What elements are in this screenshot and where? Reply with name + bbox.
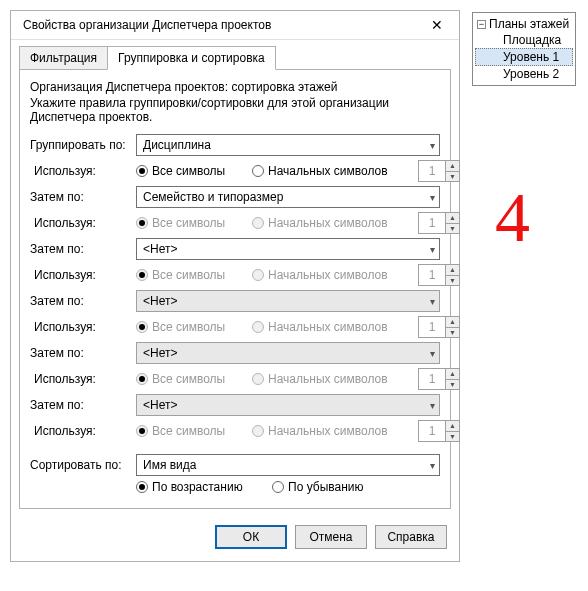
spin-down-icon: ▼ [446,432,459,442]
chevron-down-icon: ▾ [430,460,435,471]
then-by-label-2: Затем по: [30,190,130,204]
spin-down-icon: ▼ [446,328,459,338]
tree-item-site[interactable]: Площадка [475,32,573,48]
tree-item-level-1[interactable]: Уровень 1 [475,48,573,66]
project-browser-org-dialog: Свойства организации Диспетчера проектов… [10,10,460,562]
radio-all-chars-3: Все символы [136,268,246,282]
spin-up-icon[interactable]: ▲ [446,161,459,172]
then-by-combo-5: <Нет> ▾ [136,342,440,364]
leading-count-spinner-5: 1▲▼ [418,368,460,390]
using-label-2: Используя: [30,216,130,230]
spin-down-icon: ▼ [446,276,459,286]
radio-all-chars-6: Все символы [136,424,246,438]
chevron-down-icon: ▾ [430,140,435,151]
leading-count-spinner-2: 1▲▼ [418,212,460,234]
radio-leading-chars-4: Начальных символов [252,320,412,334]
tab-grouping-sorting[interactable]: Группировка и сортировка [107,46,276,70]
leading-count-spinner-4: 1▲▼ [418,316,460,338]
radio-leading-chars-6: Начальных символов [252,424,412,438]
intro-line-2: Укажите правила группировки/сортировки д… [30,96,440,124]
project-browser-tree: − Планы этажей Площадка Уровень 1 Уровен… [472,12,576,86]
spin-up-icon: ▲ [446,317,459,328]
tab-filtering[interactable]: Фильтрация [19,46,108,70]
then-by-value-3: <Нет> [143,242,177,256]
using-label-5: Используя: [30,372,130,386]
chevron-down-icon: ▾ [430,296,435,307]
spin-up-icon: ▲ [446,421,459,432]
leading-count-spinner-1[interactable]: 1▲▼ [418,160,460,182]
sort-by-value: Имя вида [143,458,196,472]
spin-down-icon: ▼ [446,380,459,390]
tree-root-floor-plans[interactable]: − Планы этажей [475,16,573,32]
tree-item-level-2[interactable]: Уровень 2 [475,66,573,82]
using-label-1: Используя: [30,164,130,178]
radio-all-chars-4: Все символы [136,320,246,334]
then-by-combo-3[interactable]: <Нет> ▾ [136,238,440,260]
leading-count-spinner-6: 1▲▼ [418,420,460,442]
then-by-combo-2[interactable]: Семейство и типоразмер ▾ [136,186,440,208]
radio-all-chars-2: Все символы [136,216,246,230]
chevron-down-icon: ▾ [430,192,435,203]
chevron-down-icon: ▾ [430,348,435,359]
ok-button[interactable]: ОК [215,525,287,549]
cancel-button[interactable]: Отмена [295,525,367,549]
handwritten-annotation: 4 [495,178,530,258]
chevron-down-icon: ▾ [430,244,435,255]
radio-all-chars-1[interactable]: Все символы [136,164,246,178]
radio-all-chars-5: Все символы [136,372,246,386]
radio-leading-chars-3: Начальных символов [252,268,412,282]
radio-sort-desc[interactable]: По убыванию [272,480,432,494]
using-label-3: Используя: [30,268,130,282]
sort-by-label: Сортировать по: [30,458,130,472]
then-by-label-3: Затем по: [30,242,130,256]
sort-by-combo[interactable]: Имя вида ▾ [136,454,440,476]
using-label-6: Используя: [30,424,130,438]
radio-leading-chars-5: Начальных символов [252,372,412,386]
help-button[interactable]: Справка [375,525,447,549]
spin-down-icon: ▼ [446,224,459,234]
button-bar: ОК Отмена Справка [11,517,459,561]
group-by-label: Группировать по: [30,138,130,152]
close-icon[interactable]: ✕ [423,17,451,33]
then-by-label-4: Затем по: [30,294,130,308]
spin-up-icon: ▲ [446,369,459,380]
then-by-value-6: <Нет> [143,398,177,412]
then-by-label-6: Затем по: [30,398,130,412]
spin-up-icon: ▲ [446,213,459,224]
then-by-value-2: Семейство и типоразмер [143,190,283,204]
group-by-value: Дисциплина [143,138,211,152]
tabstrip: Фильтрация Группировка и сортировка [19,46,459,70]
then-by-value-4: <Нет> [143,294,177,308]
spin-up-icon: ▲ [446,265,459,276]
then-by-value-5: <Нет> [143,346,177,360]
titlebar: Свойства организации Диспетчера проектов… [11,11,459,40]
collapse-icon[interactable]: − [477,20,486,29]
leading-count-spinner-3: 1▲▼ [418,264,460,286]
then-by-combo-4: <Нет> ▾ [136,290,440,312]
chevron-down-icon: ▾ [430,400,435,411]
then-by-combo-6: <Нет> ▾ [136,394,440,416]
then-by-label-5: Затем по: [30,346,130,360]
radio-leading-chars-2: Начальных символов [252,216,412,230]
using-label-4: Используя: [30,320,130,334]
dialog-title: Свойства организации Диспетчера проектов [23,18,271,32]
radio-sort-asc[interactable]: По возрастанию [136,480,266,494]
radio-leading-chars-1[interactable]: Начальных символов [252,164,412,178]
group-by-combo[interactable]: Дисциплина ▾ [136,134,440,156]
spin-down-icon[interactable]: ▼ [446,172,459,182]
tree-root-label: Планы этажей [489,17,569,31]
intro-line-1: Организация Диспетчера проектов: сортиро… [30,80,440,94]
tab-pane-grouping: Организация Диспетчера проектов: сортиро… [19,69,451,509]
